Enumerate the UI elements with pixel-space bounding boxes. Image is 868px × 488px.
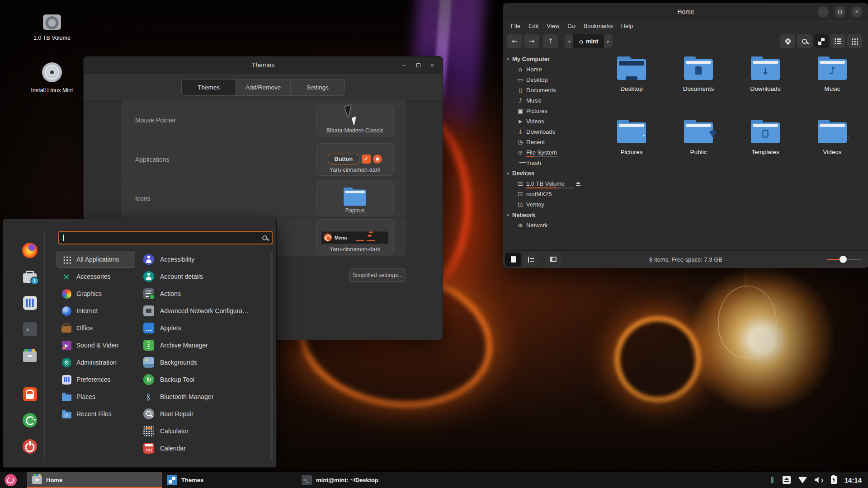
- compact-view-button[interactable]: [847, 34, 862, 48]
- category-office[interactable]: Office: [57, 319, 135, 337]
- breadcrumb-right-icon[interactable]: ▸: [604, 34, 613, 48]
- minimize-button[interactable]: –: [818, 6, 829, 17]
- category-all-applications[interactable]: All Applications: [57, 251, 135, 268]
- restore-button[interactable]: [835, 6, 845, 17]
- close-button[interactable]: ×: [851, 6, 862, 17]
- collapse-caret-icon[interactable]: ▾: [507, 57, 512, 61]
- folder-desktop[interactable]: Desktop: [602, 59, 661, 92]
- desktop-theme-chooser[interactable]: Menu Yaru-cinnamon-dark: [316, 219, 394, 255]
- menu-edit[interactable]: Edit: [524, 21, 542, 31]
- forward-button[interactable]: →: [524, 34, 539, 48]
- sidebar-section-devices[interactable]: ▾Devices: [503, 168, 589, 178]
- back-button[interactable]: ←: [507, 34, 522, 48]
- bluetooth-icon[interactable]: ᛒ: [770, 475, 774, 484]
- shut-down-button[interactable]: [22, 438, 38, 455]
- sidebar-item-ventoy[interactable]: ⊡Ventoy: [503, 199, 589, 210]
- tab-themes[interactable]: Themes: [182, 80, 236, 95]
- menu-search-input[interactable]: [58, 231, 273, 244]
- favorite-terminal[interactable]: ›_: [22, 321, 38, 337]
- category-recent-files[interactable]: Recent Files: [57, 405, 135, 422]
- category-internet[interactable]: Internet: [57, 302, 135, 319]
- favorite-files[interactable]: [22, 347, 38, 363]
- search-button[interactable]: [797, 34, 812, 48]
- folder-pictures[interactable]: Pictures: [602, 122, 661, 155]
- slider-knob[interactable]: [840, 256, 847, 263]
- category-places[interactable]: Places: [57, 388, 135, 405]
- folder-videos[interactable]: Videos: [802, 122, 862, 155]
- menu-file[interactable]: File: [507, 21, 524, 31]
- desktop-icon-volume[interactable]: 1.0 TB Volume: [25, 14, 79, 42]
- favorite-system-settings[interactable]: [22, 295, 38, 311]
- collapse-caret-icon[interactable]: ▾: [507, 213, 512, 217]
- folder-downloads[interactable]: ↓ Downloads: [736, 59, 795, 92]
- sidebar-item-volume[interactable]: ⊡1.0 TB Volume: [503, 178, 589, 189]
- folder-documents[interactable]: Documents: [669, 59, 728, 92]
- simplified-settings-button[interactable]: Simplified settings...: [349, 268, 406, 282]
- eject-icon[interactable]: [576, 182, 581, 186]
- folder-templates[interactable]: Templates: [736, 122, 795, 155]
- tab-settings[interactable]: Settings: [291, 80, 344, 95]
- sidebar-item-music[interactable]: ♪Music: [503, 95, 589, 106]
- log-out-button[interactable]: [22, 412, 38, 428]
- fm-titlebar[interactable]: Home – ×: [503, 3, 868, 20]
- favorite-software-manager[interactable]: [22, 268, 38, 285]
- sidebar-item-home[interactable]: ⌂Home: [503, 64, 589, 75]
- collapse-caret-icon[interactable]: ▾: [507, 171, 512, 176]
- sidebar-item-documents[interactable]: ▯Documents: [503, 85, 589, 95]
- sidebar-item-rootmx25[interactable]: ⊡rootMX25: [503, 189, 589, 199]
- taskbar-window-home[interactable]: Home: [27, 472, 162, 488]
- taskbar-window-themes[interactable]: Themes: [162, 472, 297, 488]
- sidebar-item-downloads[interactable]: ↓Downloads: [503, 127, 589, 137]
- category-graphics[interactable]: Graphics: [57, 285, 135, 302]
- applications-theme-chooser[interactable]: Button ✓ Yaru-cinnamon-dark: [316, 143, 394, 176]
- app-account-details[interactable]: Account details: [143, 268, 272, 285]
- app-archive-manager[interactable]: Archive Manager: [143, 337, 272, 354]
- category-accessories[interactable]: ×Accessories: [57, 268, 135, 285]
- menu-scrollbar[interactable]: [270, 252, 273, 460]
- icons-theme-chooser[interactable]: Papirus: [316, 180, 394, 216]
- sidebar-item-recent[interactable]: ◷Recent: [503, 137, 589, 147]
- app-calculator[interactable]: Calculator: [143, 422, 272, 440]
- sidebar-item-trash[interactable]: Trash: [503, 158, 589, 168]
- app-backgrounds[interactable]: Backgrounds: [143, 354, 272, 371]
- breadcrumb-home-segment[interactable]: ⌂ mint: [573, 34, 604, 48]
- volume-icon[interactable]: [815, 477, 823, 483]
- show-places-button[interactable]: [505, 253, 521, 267]
- app-actions[interactable]: Actions: [143, 285, 272, 302]
- sidebar-item-desktop[interactable]: ▭Desktop: [503, 75, 589, 85]
- favorite-firefox[interactable]: [22, 242, 38, 258]
- list-view-button[interactable]: [830, 34, 845, 48]
- desktop-icon-install[interactable]: Install Linux Mint: [25, 62, 79, 94]
- category-administration[interactable]: ⚙Administration: [57, 354, 135, 371]
- tab-add-remove[interactable]: Add/Remove: [236, 80, 290, 95]
- app-advanced-network[interactable]: Advanced Network Configura…: [143, 302, 272, 319]
- menu-help[interactable]: Help: [617, 21, 637, 31]
- menu-view[interactable]: View: [542, 21, 563, 31]
- removable-media-icon[interactable]: [783, 476, 791, 484]
- app-boot-repair[interactable]: Boot Repair: [143, 405, 272, 422]
- location-bar-toggle[interactable]: [780, 34, 795, 48]
- clock[interactable]: 14:14: [844, 476, 862, 484]
- sidebar-section-network[interactable]: ▾Network: [503, 210, 589, 220]
- menu-go[interactable]: Go: [563, 21, 579, 31]
- wifi-icon[interactable]: [798, 477, 807, 483]
- sidebar-item-pictures[interactable]: ▣Pictures: [503, 106, 589, 116]
- maximize-button[interactable]: [414, 61, 422, 69]
- show-treeview-button[interactable]: [523, 253, 539, 267]
- category-preferences[interactable]: Preferences: [57, 371, 135, 388]
- menu-bookmarks[interactable]: Bookmarks: [580, 21, 617, 31]
- toggle-sidebar-button[interactable]: [545, 253, 561, 267]
- themes-titlebar[interactable]: Themes – ×: [84, 56, 443, 74]
- zoom-slider[interactable]: [827, 256, 861, 263]
- close-button[interactable]: ×: [428, 61, 436, 69]
- folder-music[interactable]: ♪ Music: [802, 59, 862, 92]
- battery-icon[interactable]: ϟ: [831, 476, 837, 484]
- app-calendar[interactable]: Calendar: [143, 440, 272, 457]
- up-button[interactable]: ↑: [543, 34, 558, 48]
- mouse-pointer-theme-chooser[interactable]: Bibata-Modern-Classic: [316, 104, 394, 136]
- folder-public[interactable]: Public: [669, 122, 728, 155]
- sidebar-section-my-computer[interactable]: ▾My Computer: [503, 54, 589, 64]
- app-applets[interactable]: Applets: [143, 319, 272, 337]
- app-backup-tool[interactable]: ↻Backup Tool: [143, 371, 272, 388]
- category-sound-video[interactable]: ▶Sound & Video: [57, 337, 135, 354]
